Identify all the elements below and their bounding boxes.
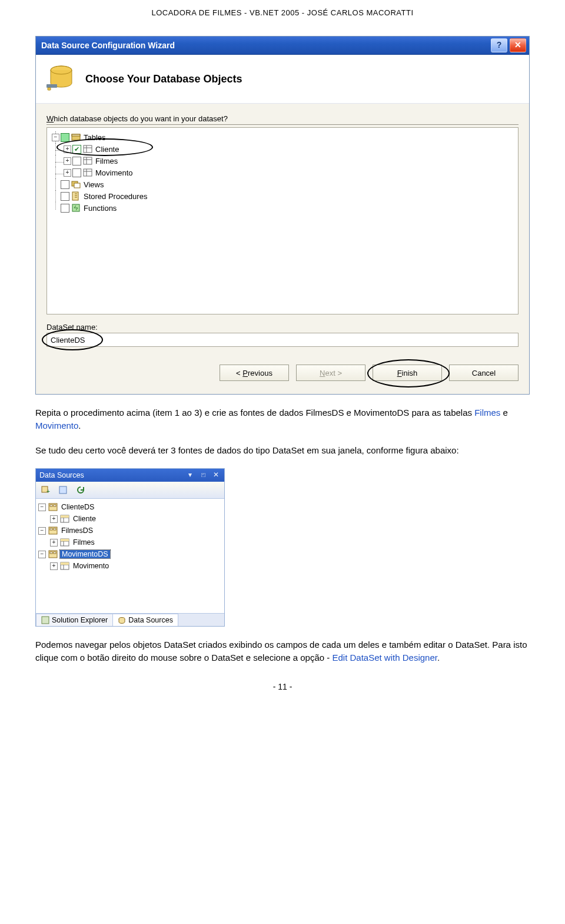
- tree-label-views: Views: [82, 180, 104, 189]
- ds-table-node[interactable]: +Cliente: [37, 513, 223, 525]
- checkbox-tables[interactable]: [61, 133, 69, 142]
- panel-title: Data Sources: [39, 471, 182, 479]
- chevron-down-icon[interactable]: ▾: [185, 471, 195, 480]
- collapse-icon[interactable]: −: [38, 551, 46, 558]
- pin-icon[interactable]: ⏍: [198, 471, 208, 480]
- tree-node-filmes[interactable]: + Filmes: [49, 155, 516, 167]
- wizard-heading: Choose Your Database Objects: [85, 73, 242, 85]
- page-number: - 11 -: [35, 682, 530, 691]
- tree-label: Movimento: [94, 168, 133, 177]
- cancel-button[interactable]: Cancel: [449, 365, 519, 381]
- tree-node-movimento[interactable]: + Movimento: [49, 167, 516, 178]
- checkbox-movimento[interactable]: [72, 168, 81, 177]
- checkbox-filmes[interactable]: [72, 157, 81, 165]
- ds-node[interactable]: −MovimentoDS: [37, 548, 223, 560]
- tree-node-fn[interactable]: Functions: [49, 202, 516, 214]
- checkbox-cliente[interactable]: [72, 145, 81, 154]
- ds-node[interactable]: −FilmesDS: [37, 525, 223, 536]
- panel-toolbar: +: [36, 482, 224, 499]
- svg-rect-28: [61, 515, 69, 518]
- paragraph-1: Repita o procedimento acima (item 1 ao 3…: [35, 406, 530, 432]
- expand-icon[interactable]: +: [64, 169, 71, 177]
- expand-icon[interactable]: +: [64, 157, 71, 165]
- tab-solution-explorer[interactable]: Solution Explorer: [36, 614, 113, 626]
- expand-icon[interactable]: +: [50, 539, 58, 547]
- checkbox-fn[interactable]: [61, 204, 69, 213]
- svg-rect-31: [54, 528, 56, 530]
- tree-label-fn: Functions: [82, 204, 117, 213]
- dataset-name-input[interactable]: [46, 333, 519, 347]
- table-icon: [82, 155, 93, 166]
- table-icon: [82, 144, 93, 154]
- panel-tabs: Solution Explorer Data Sources: [36, 613, 224, 626]
- tree-label: Filmes: [94, 157, 118, 165]
- tree-label: Cliente: [94, 145, 119, 154]
- help-button[interactable]: ?: [491, 38, 507, 52]
- paragraph-2: Se tudo deu certo você deverá ter 3 font…: [35, 444, 530, 457]
- tree-node-cliente[interactable]: + Cliente: [49, 143, 516, 155]
- close-button[interactable]: ✕: [510, 38, 526, 52]
- paragraph-3: Podemos navegar pelos objetos DataSet cr…: [35, 638, 530, 664]
- collapse-icon[interactable]: −: [52, 134, 59, 141]
- ds-node[interactable]: −ClienteDS: [37, 501, 223, 513]
- data-sources-panel: Data Sources ▾ ⏍ ✕ + −ClienteDS+Cliente−…: [35, 468, 225, 627]
- tree-node-tables[interactable]: − Tables: [49, 131, 516, 143]
- svg-text:+: +: [46, 488, 50, 495]
- sp-icon: [71, 191, 81, 201]
- panel-titlebar: Data Sources ▾ ⏍ ✕: [36, 469, 224, 482]
- title-bar: Data Source Configuration Wizard ? ✕: [36, 37, 529, 55]
- expand-icon[interactable]: +: [50, 515, 58, 523]
- table-icon: [82, 167, 93, 178]
- table-icon: [59, 561, 70, 571]
- ds-label: ClienteDS: [60, 503, 94, 511]
- dataset-icon: [48, 502, 58, 512]
- objects-tree-panel[interactable]: − Tables + Cliente +: [46, 127, 519, 314]
- svg-rect-43: [42, 617, 49, 624]
- database-icon: [45, 63, 77, 95]
- svg-rect-35: [61, 539, 69, 541]
- svg-rect-6: [84, 145, 92, 153]
- svg-rect-3: [48, 88, 51, 90]
- wizard-header: Choose Your Database Objects: [36, 55, 529, 104]
- svg-rect-21: [59, 486, 67, 494]
- tab-data-sources[interactable]: Data Sources: [112, 614, 178, 626]
- expand-icon[interactable]: +: [64, 145, 71, 153]
- add-datasource-button[interactable]: +: [38, 483, 52, 496]
- tree-label-sp: Stored Procedures: [82, 192, 147, 201]
- ds-table-label: Filmes: [72, 538, 95, 547]
- panel-close-icon[interactable]: ✕: [211, 471, 221, 480]
- collapse-icon[interactable]: −: [38, 504, 46, 511]
- dataset-name-label: DataSet name:: [46, 323, 519, 332]
- tree-node-views[interactable]: Views: [49, 178, 516, 190]
- tree-node-sp[interactable]: Stored Procedures: [49, 190, 516, 202]
- edit-datasource-button[interactable]: [56, 483, 70, 496]
- svg-rect-37: [50, 552, 52, 554]
- dataset-icon: [48, 549, 58, 559]
- table-icon: [59, 514, 70, 524]
- tree-label-tables: Tables: [82, 133, 106, 142]
- checkbox-sp[interactable]: [61, 192, 69, 201]
- tables-icon: [71, 132, 81, 143]
- panel-tree[interactable]: −ClienteDS+Cliente−FilmesDS+Filmes−Movim…: [36, 499, 224, 613]
- wizard-window: Data Source Configuration Wizard ? ✕ Cho…: [35, 36, 530, 395]
- svg-rect-23: [50, 505, 52, 506]
- svg-rect-42: [61, 562, 69, 565]
- finish-button[interactable]: Finish: [373, 365, 442, 381]
- titlebar-text: Data Source Configuration Wizard: [39, 39, 488, 51]
- previous-button[interactable]: < Previous: [220, 365, 289, 381]
- expand-icon[interactable]: +: [50, 562, 58, 570]
- svg-rect-12: [84, 169, 92, 176]
- ds-table-node[interactable]: +Filmes: [37, 536, 223, 548]
- refresh-button[interactable]: [74, 483, 88, 496]
- svg-rect-9: [84, 157, 92, 164]
- checkbox-views[interactable]: [61, 180, 69, 189]
- svg-rect-2: [46, 84, 57, 88]
- dataset-icon: [48, 525, 58, 536]
- ds-table-label: Cliente: [72, 515, 96, 523]
- svg-rect-30: [50, 528, 52, 530]
- ds-table-node[interactable]: +Movimento: [37, 560, 223, 572]
- next-button: Next >: [296, 365, 365, 381]
- collapse-icon[interactable]: −: [38, 527, 46, 535]
- ds-table-label: Movimento: [72, 562, 109, 570]
- ds-label: MovimentoDS: [60, 550, 110, 558]
